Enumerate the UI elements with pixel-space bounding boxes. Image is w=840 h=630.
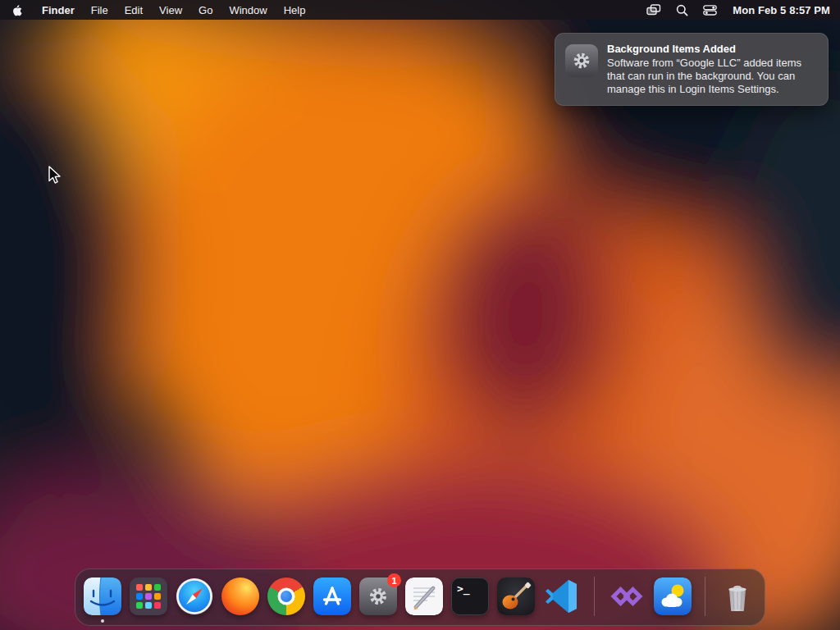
- terminal-prompt-glyph: >_: [457, 582, 470, 595]
- dock-item-weather[interactable]: [654, 578, 692, 615]
- system-settings-gear-icon: [565, 44, 598, 77]
- dock-divider: [594, 577, 595, 616]
- menu-file[interactable]: File: [83, 4, 116, 16]
- notification-text: Background Items Added Software from “Go…: [607, 43, 814, 96]
- dock-item-visual-studio[interactable]: [608, 578, 646, 615]
- active-app-name[interactable]: Finder: [34, 4, 83, 16]
- dock-item-safari[interactable]: [176, 578, 213, 615]
- control-center-icon[interactable]: [696, 0, 724, 20]
- dock-item-launchpad[interactable]: [130, 578, 167, 615]
- notification-badge: 1: [387, 573, 401, 587]
- textedit-icon: [405, 578, 443, 615]
- menu-bar: Finder File Edit View Go Window Help: [0, 0, 840, 20]
- dock-item-terminal[interactable]: >_: [451, 578, 489, 615]
- dock: 1 >_: [75, 568, 765, 626]
- dock-divider: [705, 577, 705, 616]
- mouse-cursor: [48, 166, 62, 185]
- garageband-guitar-icon: [497, 578, 535, 615]
- dock-item-textedit[interactable]: [405, 578, 443, 615]
- dock-item-firefox[interactable]: [221, 578, 259, 615]
- running-indicator: [101, 619, 104, 623]
- vscode-icon: [543, 578, 581, 615]
- menu-go[interactable]: Go: [190, 4, 221, 16]
- finder-icon: [84, 578, 121, 615]
- displays-icon[interactable]: [639, 0, 669, 20]
- spotlight-icon[interactable]: [669, 0, 696, 20]
- notification-banner[interactable]: Background Items Added Software from “Go…: [555, 33, 829, 106]
- dock-item-system-settings[interactable]: 1: [359, 578, 397, 615]
- safari-compass-icon: [176, 578, 213, 615]
- dock-item-chrome[interactable]: [267, 578, 305, 615]
- notification-title: Background Items Added: [607, 43, 814, 55]
- launchpad-icon: [130, 578, 167, 615]
- apple-menu-icon[interactable]: [0, 0, 34, 20]
- menu-view[interactable]: View: [151, 4, 190, 16]
- dock-item-app-store[interactable]: [313, 578, 351, 615]
- chrome-icon: [267, 578, 305, 615]
- dock-item-garageband[interactable]: [497, 578, 535, 615]
- firefox-icon: [221, 578, 259, 615]
- dock-item-trash[interactable]: [719, 578, 756, 615]
- dock-item-finder[interactable]: [84, 578, 121, 615]
- visual-studio-icon: [608, 578, 646, 615]
- menu-bar-clock[interactable]: Mon Feb 5 8:57 PM: [724, 4, 830, 16]
- menu-edit[interactable]: Edit: [116, 4, 151, 16]
- menu-window[interactable]: Window: [221, 4, 275, 16]
- weather-icon: [654, 578, 692, 615]
- menu-help[interactable]: Help: [276, 4, 314, 16]
- app-store-icon: [313, 578, 351, 615]
- dock-item-vscode[interactable]: [543, 578, 581, 615]
- notification-body: Software from “Google LLC” added items t…: [607, 57, 814, 96]
- terminal-icon: >_: [451, 578, 489, 615]
- trash-icon: [719, 578, 756, 615]
